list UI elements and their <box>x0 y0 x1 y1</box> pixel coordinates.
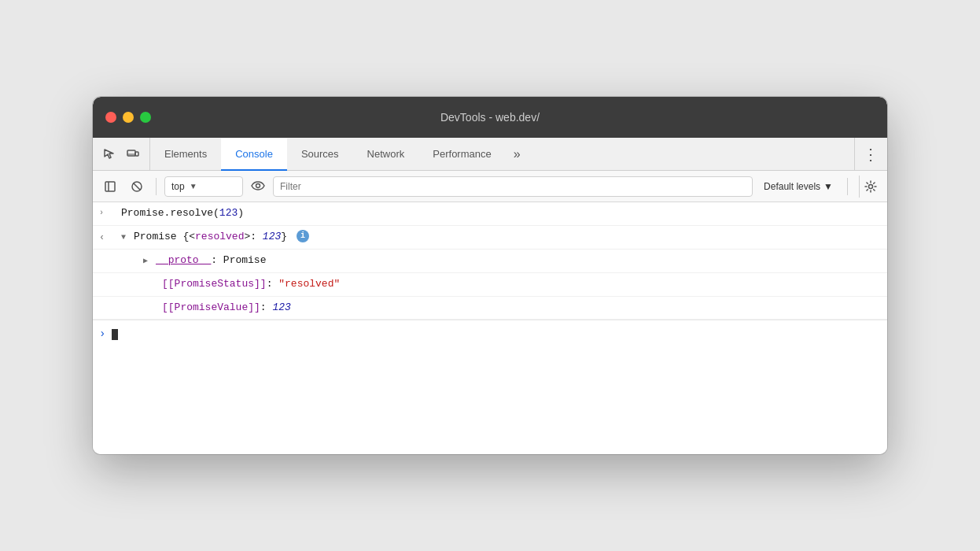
levels-arrow-icon: ▼ <box>823 181 833 192</box>
proto-line: ▶ __proto__: Promise <box>93 250 887 273</box>
toolbar-divider-2 <box>847 178 848 195</box>
svg-rect-1 <box>135 152 138 156</box>
promise-status-key: [[PromiseStatus]] <box>162 278 267 290</box>
sidebar-toggle-button[interactable] <box>99 176 121 198</box>
svg-rect-3 <box>105 182 115 191</box>
console-input-line-1: › Promise.resolve(123) <box>93 202 887 226</box>
traffic-lights <box>105 112 151 123</box>
result-arrow: ‹ <box>99 231 105 246</box>
promise-status-value: "resolved" <box>278 278 340 290</box>
inspect-icon[interactable] <box>101 146 118 163</box>
console-prompt-arrow: › <box>99 325 105 342</box>
console-text-4: [[PromiseStatus]]: "resolved" <box>162 276 881 293</box>
expand-arrow-1[interactable]: › <box>99 207 104 220</box>
svg-rect-0 <box>127 150 135 156</box>
svg-point-8 <box>868 184 872 188</box>
devtools-window: DevTools - web.dev/ Elements C <box>93 97 887 454</box>
live-expressions-button[interactable] <box>251 179 265 194</box>
toolbar-divider-1 <box>156 178 157 195</box>
console-output: › Promise.resolve(123) ‹ ▼ Promise {<res… <box>93 202 887 454</box>
line-gutter-5 <box>134 300 162 301</box>
tab-bar-icons <box>93 138 150 170</box>
promise-value-val: 123 <box>272 301 290 313</box>
line-gutter-1: › <box>93 205 121 220</box>
promise-value-line: [[PromiseValue]]: 123 <box>93 297 887 320</box>
console-cursor <box>112 329 118 340</box>
minimize-button[interactable] <box>123 112 134 123</box>
tab-console[interactable]: Console <box>221 139 287 171</box>
proto-key[interactable]: __proto__ <box>156 254 211 266</box>
tab-performance[interactable]: Performance <box>418 139 505 171</box>
context-select-arrow: ▼ <box>190 182 197 190</box>
devtools-menu-button[interactable]: ⋮ <box>863 145 879 164</box>
proto-expand-arrow[interactable]: ▶ <box>143 257 153 265</box>
window-title: DevTools - web.dev/ <box>440 111 540 124</box>
line-gutter-2: ‹ <box>93 229 121 246</box>
console-toolbar: top ▼ Default levels ▼ <box>93 171 887 202</box>
line-gutter-3 <box>115 253 143 254</box>
console-text-5: [[PromiseValue]]: 123 <box>162 300 881 316</box>
device-icon[interactable] <box>124 146 142 163</box>
tab-bar: Elements Console Sources Network Perform… <box>93 138 887 171</box>
log-levels-button[interactable]: Default levels ▼ <box>757 176 839 197</box>
svg-point-7 <box>256 183 260 187</box>
tab-bar-right: ⋮ <box>854 138 887 170</box>
info-badge[interactable]: i <box>297 230 309 242</box>
line-gutter-4 <box>134 276 162 278</box>
console-prompt-line[interactable]: › <box>93 320 887 347</box>
filter-input[interactable] <box>273 176 753 197</box>
tab-elements[interactable]: Elements <box>150 139 221 171</box>
svg-line-6 <box>134 183 141 190</box>
title-bar: DevTools - web.dev/ <box>93 97 887 138</box>
context-selector[interactable]: top ▼ <box>164 176 243 197</box>
console-result-line: ‹ ▼ Promise {<resolved>: 123} i <box>93 226 887 250</box>
tab-sources[interactable]: Sources <box>287 139 353 171</box>
maximize-button[interactable] <box>140 112 151 123</box>
console-text-2: ▼ Promise {<resolved>: 123} i <box>121 229 881 246</box>
more-tabs-button[interactable]: » <box>506 138 529 170</box>
promise-status-line: [[PromiseStatus]]: "resolved" <box>93 273 887 297</box>
tab-network[interactable]: Network <box>353 139 419 171</box>
clear-console-button[interactable] <box>126 176 148 198</box>
console-text-1: Promise.resolve(123) <box>121 205 881 222</box>
console-text-3: ▶ __proto__: Promise <box>143 253 881 269</box>
promise-value-key: [[PromiseValue]] <box>162 301 260 313</box>
console-settings-button[interactable] <box>859 176 881 198</box>
promise-resolve-call: Promise.resolve(123) <box>121 207 244 219</box>
promise-expand-arrow[interactable]: ▼ <box>121 233 131 242</box>
close-button[interactable] <box>105 112 116 123</box>
tabs-container: Elements Console Sources Network Perform… <box>150 138 854 170</box>
